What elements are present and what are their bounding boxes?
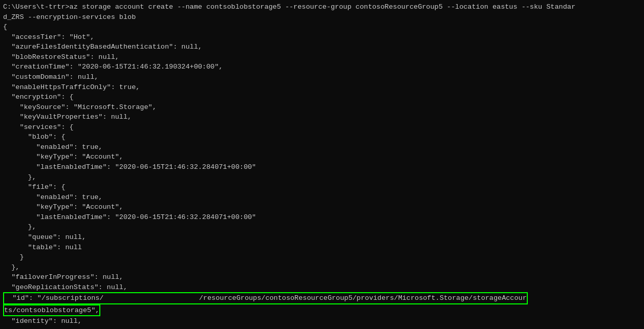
id-line: "id": "/subscriptions/ /resourceGroups/c…	[3, 292, 641, 304]
access-tier: "accessTier": "Hot",	[3, 32, 641, 42]
encryption-close: },	[3, 262, 641, 273]
azure-files: "azureFilesIdentityBasedAuthentication":…	[3, 42, 641, 52]
blob-open: "blob": {	[3, 132, 641, 142]
enable-https: "enableHttpsTrafficOnly": true,	[3, 82, 641, 93]
blob-enabled: "enabled": true,	[3, 142, 641, 152]
key-source: "keySource": "Microsoft.Storage",	[3, 102, 641, 113]
file-close: },	[3, 222, 641, 232]
blob-close: },	[3, 172, 641, 183]
terminal-window[interactable]: C:\Users\t-trtr>az storage account creat…	[0, 0, 644, 329]
identity: "identity": null,	[3, 316, 641, 326]
id-line-highlighted: "id": "/subscriptions/ /resourceGroups/c…	[3, 292, 528, 304]
cmd-line-2: d_ZRS --encryption-services blob	[3, 12, 641, 23]
custom-domain: "customDomain": null,	[3, 72, 641, 82]
table-null: "table": null	[3, 243, 641, 253]
encryption-open: "encryption": {	[3, 92, 641, 102]
json-open: {	[3, 22, 641, 32]
queue-null: "queue": null,	[3, 232, 641, 243]
file-keytype: "keyType": "Account",	[3, 202, 641, 212]
blob-last-enabled: "lastEnabledTime": "2020-06-15T21:46:32.…	[3, 162, 641, 172]
geo-replication: "geoReplicationStats": null,	[3, 282, 641, 293]
failover: "failoverInProgress": null,	[3, 272, 641, 282]
id-contosobox: ts/contsoblobstorage5",	[3, 304, 100, 317]
key-vault: "keyVaultProperties": null,	[3, 112, 641, 122]
cmd-line-1: C:\Users\t-trtr>az storage account creat…	[3, 2, 641, 12]
blob-keytype: "keyType": "Account",	[3, 152, 641, 162]
file-last-enabled: "lastEnabledTime": "2020-06-15T21:46:32.…	[3, 212, 641, 223]
services-close: }	[3, 252, 641, 262]
file-open: "file": {	[3, 182, 641, 192]
services-open: "services": {	[3, 122, 641, 133]
creation-time: "creationTime": "2020-06-15T21:46:32.190…	[3, 62, 641, 72]
blob-restore: "blobRestoreStatus": null,	[3, 52, 641, 62]
id-line-2: ts/contsoblobstorage5",	[3, 304, 641, 317]
file-enabled: "enabled": true,	[3, 192, 641, 203]
